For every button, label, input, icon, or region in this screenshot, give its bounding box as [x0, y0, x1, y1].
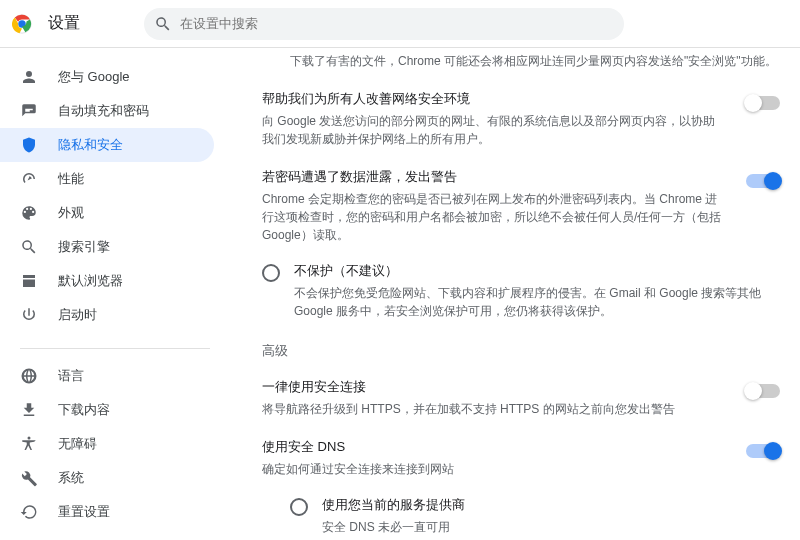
shield-icon — [20, 136, 38, 154]
globe-icon — [20, 367, 38, 385]
radio-title: 不保护（不建议） — [294, 262, 780, 280]
setting-title: 一律使用安全连接 — [262, 378, 726, 396]
password-leak-toggle[interactable] — [746, 174, 780, 188]
sidebar-item-downloads[interactable]: 下载内容 — [0, 393, 214, 427]
dns-current-provider-radio[interactable] — [290, 498, 308, 516]
sidebar-item-label: 无障碍 — [58, 435, 97, 453]
page-title: 设置 — [48, 13, 80, 34]
sidebar-item-search-engine[interactable]: 搜索引擎 — [0, 230, 214, 264]
sidebar-item-accessibility[interactable]: 无障碍 — [0, 427, 214, 461]
sidebar-item-label: 外观 — [58, 204, 84, 222]
intro-desc: 下载了有害的文件，Chrome 可能还会将相应网址连同少量网页内容发送给"安全浏… — [290, 52, 780, 70]
sidebar-item-label: 重置设置 — [58, 503, 110, 521]
setting-title: 使用安全 DNS — [262, 438, 726, 456]
sidebar-item-system[interactable]: 系统 — [0, 461, 214, 495]
accessibility-icon — [20, 435, 38, 453]
power-icon — [20, 306, 38, 324]
setting-title: 帮助我们为所有人改善网络安全环境 — [262, 90, 726, 108]
search-input[interactable] — [144, 8, 624, 40]
secure-dns-toggle[interactable] — [746, 444, 780, 458]
sidebar-item-label: 语言 — [58, 367, 84, 385]
always-https-toggle[interactable] — [746, 384, 780, 398]
setting-desc: 确定如何通过安全连接来连接到网站 — [262, 460, 726, 478]
sidebar-item-you-and-google[interactable]: 您与 Google — [0, 60, 214, 94]
improve-security-toggle[interactable] — [746, 96, 780, 110]
advanced-heading: 高级 — [262, 328, 780, 368]
sidebar-item-reset[interactable]: 重置设置 — [0, 495, 214, 529]
setting-desc: 向 Google 发送您访问的部分网页的网址、有限的系统信息以及部分网页内容，以… — [262, 112, 726, 148]
autofill-icon — [20, 102, 38, 120]
sidebar-item-label: 系统 — [58, 469, 84, 487]
radio-desc: 不会保护您免受危险网站、下载内容和扩展程序的侵害。在 Gmail 和 Googl… — [294, 284, 780, 320]
divider — [20, 348, 210, 349]
sidebar-item-label: 默认浏览器 — [58, 272, 123, 290]
sidebar-item-label: 您与 Google — [58, 68, 130, 86]
browser-icon — [20, 272, 38, 290]
sidebar-item-privacy[interactable]: 隐私和安全 — [0, 128, 214, 162]
chrome-logo-icon — [12, 14, 32, 34]
sidebar-item-label: 下载内容 — [58, 401, 110, 419]
setting-desc: Chrome 会定期检查您的密码是否已被列在网上发布的外泄密码列表内。当 Chr… — [262, 190, 726, 244]
sidebar-item-label: 搜索引擎 — [58, 238, 110, 256]
setting-title: 若密码遭遇了数据泄露，发出警告 — [262, 168, 726, 186]
download-icon — [20, 401, 38, 419]
restore-icon — [20, 503, 38, 521]
radio-desc: 安全 DNS 未必一直可用 — [322, 518, 780, 536]
sidebar-item-label: 自动填充和密码 — [58, 102, 149, 120]
sidebar-item-label: 隐私和安全 — [58, 136, 123, 154]
radio-title: 使用您当前的服务提供商 — [322, 496, 780, 514]
wrench-icon — [20, 469, 38, 487]
sidebar-item-languages[interactable]: 语言 — [0, 359, 214, 393]
sidebar-item-performance[interactable]: 性能 — [0, 162, 214, 196]
sidebar: 您与 Google 自动填充和密码 隐私和安全 性能 外观 搜索引擎 — [0, 48, 230, 540]
sidebar-item-label: 性能 — [58, 170, 84, 188]
sidebar-item-default-browser[interactable]: 默认浏览器 — [0, 264, 214, 298]
no-protection-radio[interactable] — [262, 264, 280, 282]
person-icon — [20, 68, 38, 86]
sidebar-item-autofill[interactable]: 自动填充和密码 — [0, 94, 214, 128]
speedometer-icon — [20, 170, 38, 188]
search-icon — [20, 238, 38, 256]
sidebar-item-label: 启动时 — [58, 306, 97, 324]
palette-icon — [20, 204, 38, 222]
search-icon — [154, 15, 172, 36]
setting-desc: 将导航路径升级到 HTTPS，并在加载不支持 HTTPS 的网站之前向您发出警告 — [262, 400, 726, 418]
sidebar-item-on-startup[interactable]: 启动时 — [0, 298, 214, 332]
sidebar-item-appearance[interactable]: 外观 — [0, 196, 214, 230]
content-area: 下载了有害的文件，Chrome 可能还会将相应网址连同少量网页内容发送给"安全浏… — [230, 48, 800, 540]
